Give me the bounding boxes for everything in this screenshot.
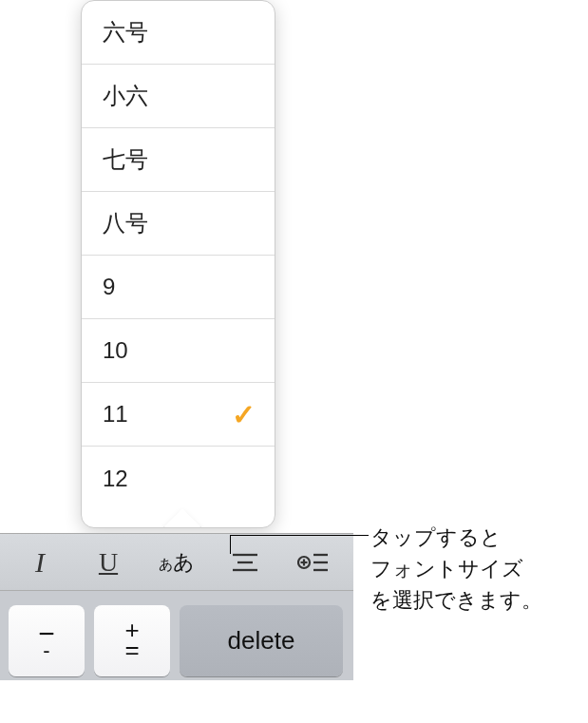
align-icon [231,552,259,573]
font-size-popup: 六号 小六 七号 八号 9 10 11 ✓ 12 [81,0,275,528]
option-label: 11 [103,401,128,428]
keyboard-row: − - + = delete [0,590,353,680]
font-size-list: 六号 小六 七号 八号 9 10 11 ✓ 12 [82,1,275,510]
font-size-option[interactable]: 六号 [82,1,275,65]
minus-key[interactable]: − - [9,605,85,676]
font-size-option-selected[interactable]: 11 ✓ [82,383,275,447]
checkmark-icon: ✓ [232,398,256,431]
italic-icon: I [35,546,45,579]
insert-icon [297,551,330,574]
option-label: 9 [103,274,115,300]
font-size-option[interactable]: 10 [82,319,275,383]
callout-text: タップすると フォントサイズ を選択できます。 [370,522,579,616]
option-label: 七号 [103,144,148,175]
font-size-option[interactable]: 八号 [82,192,275,256]
formatting-toolbar: I U ああ [0,533,353,590]
key-label: delete [228,626,295,656]
callout-line-3: を選択できます。 [370,584,579,616]
font-size-option[interactable]: 小六 [82,65,275,128]
underline-icon: U [99,547,118,578]
option-label: 12 [103,466,128,492]
font-size-button[interactable]: ああ [151,542,202,583]
underline-button[interactable]: U [83,542,134,583]
italic-button[interactable]: I [14,542,66,583]
insert-button[interactable] [288,542,339,583]
font-size-icon: ああ [159,548,195,577]
plus-equals-key[interactable]: + = [94,605,170,676]
callout-line-1: タップすると [370,522,579,553]
callout-leader-line [353,535,369,536]
option-label: 小六 [103,81,148,111]
delete-key[interactable]: delete [180,605,343,676]
option-label: 10 [103,337,128,364]
callout-line-2: フォントサイズ [370,553,579,584]
font-size-option[interactable]: 9 [82,256,275,319]
popup-tail [163,508,201,528]
align-button[interactable] [219,542,271,583]
option-label: 八号 [103,208,148,238]
key-label-bottom: = [124,640,139,660]
option-label: 六号 [103,17,148,48]
font-size-option[interactable]: 七号 [82,128,275,192]
font-size-option[interactable]: 12 [82,447,275,510]
key-label-bottom: - [43,643,49,657]
